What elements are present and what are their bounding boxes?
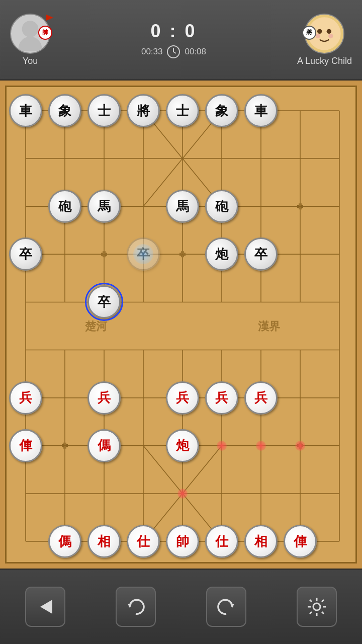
svg-point-7	[317, 29, 322, 33]
svg-line-54	[310, 612, 312, 614]
svg-marker-2	[46, 15, 53, 21]
move-glow-dot[interactable]	[295, 441, 305, 451]
chess-piece[interactable]: 帥	[166, 525, 199, 558]
undo-icon	[125, 596, 147, 618]
svg-text:漢界: 漢界	[258, 320, 281, 333]
score-you: 0	[150, 21, 162, 41]
back-icon	[34, 596, 56, 618]
timer-you: 00:33	[141, 47, 163, 57]
svg-point-10	[329, 34, 333, 38]
undo-button[interactable]	[116, 587, 156, 627]
game-header: 帥 You 0 : 0 00:33 00:08	[0, 0, 362, 80]
chess-piece[interactable]: 卒	[127, 237, 160, 271]
chess-piece[interactable]: 炮	[205, 237, 238, 271]
settings-button[interactable]	[297, 587, 337, 627]
chess-piece[interactable]: 砲	[48, 190, 81, 223]
chess-piece[interactable]: 象	[205, 94, 238, 127]
move-glow-dot[interactable]	[217, 441, 227, 451]
player-opponent-label: A Lucky Child	[297, 56, 352, 66]
chess-piece[interactable]: 馬	[87, 190, 121, 223]
score-opponent: 0	[185, 21, 197, 41]
timer-row: 00:33 00:08	[141, 45, 206, 59]
svg-text:楚河: 楚河	[85, 320, 108, 333]
chess-piece[interactable]: 象	[48, 94, 81, 127]
player-you-label: You	[23, 56, 38, 66]
score-display: 0 : 0	[150, 21, 197, 42]
svg-line-53	[322, 600, 324, 602]
flag-icon	[45, 14, 55, 24]
chess-piece[interactable]: 俥	[284, 525, 317, 558]
svg-point-0	[22, 21, 39, 37]
back-button[interactable]	[25, 587, 65, 627]
chess-piece[interactable]: 仕	[205, 525, 238, 558]
chess-piece[interactable]: 士	[166, 94, 199, 127]
chess-piece[interactable]: 卒	[244, 237, 278, 271]
chess-piece[interactable]: 將	[127, 94, 160, 127]
chess-piece[interactable]: 兵	[205, 381, 238, 415]
chess-piece[interactable]: 兵	[9, 381, 42, 415]
chess-piece[interactable]: 士	[87, 94, 121, 127]
chess-piece[interactable]: 車	[9, 94, 42, 127]
chess-board[interactable]: 楚河漢界車象士將士象車砲馬馬砲卒卒炮卒卒兵兵兵兵兵俥傌炮相仕帥仕相傌俥	[5, 86, 357, 564]
chess-piece[interactable]: 兵	[166, 381, 199, 415]
chess-piece[interactable]: 傌	[87, 429, 121, 462]
score-timer: 0 : 0 00:33 00:08	[141, 21, 206, 59]
chess-piece[interactable]: 炮	[166, 429, 199, 462]
chess-piece[interactable]: 馬	[166, 190, 199, 223]
chess-piece[interactable]: 車	[244, 94, 278, 127]
svg-line-52	[322, 612, 324, 614]
chess-piece[interactable]: 傌	[48, 525, 81, 558]
svg-marker-45	[230, 604, 234, 608]
player-opponent-container: 將 A Lucky Child	[297, 14, 352, 66]
player-you-container: 帥 You	[10, 14, 50, 66]
svg-point-9	[316, 34, 320, 38]
move-glow-dot[interactable]	[177, 489, 188, 499]
redo-button[interactable]	[206, 587, 246, 627]
chess-piece[interactable]: 卒	[87, 285, 121, 318]
board-container: 楚河漢界車象士將士象車砲馬馬砲卒卒炮卒卒兵兵兵兵兵俥傌炮相仕帥仕相傌俥	[0, 80, 362, 569]
timer-opponent: 00:08	[185, 47, 206, 57]
chess-piece[interactable]: 俥	[9, 429, 42, 462]
svg-marker-43	[40, 600, 52, 614]
chess-piece[interactable]: 相	[87, 525, 121, 558]
svg-line-5	[173, 52, 176, 53]
svg-point-1	[19, 36, 42, 51]
settings-icon	[306, 596, 328, 618]
badge-opponent: 將	[302, 26, 316, 40]
chess-piece[interactable]: 兵	[244, 381, 278, 415]
svg-marker-44	[128, 604, 132, 608]
svg-point-46	[313, 603, 320, 610]
chess-piece[interactable]: 相	[244, 525, 278, 558]
redo-icon	[215, 596, 237, 618]
svg-point-8	[327, 29, 331, 33]
chess-piece[interactable]: 砲	[205, 190, 238, 223]
move-glow-dot[interactable]	[256, 441, 266, 451]
chess-piece[interactable]: 仕	[127, 525, 160, 558]
chess-piece[interactable]: 卒	[9, 237, 42, 271]
score-sep: :	[169, 21, 185, 41]
svg-line-51	[310, 600, 312, 602]
clock-icon	[166, 45, 180, 59]
chess-piece[interactable]: 兵	[87, 381, 121, 415]
badge-you: 帥	[38, 26, 52, 40]
footer	[0, 569, 362, 644]
